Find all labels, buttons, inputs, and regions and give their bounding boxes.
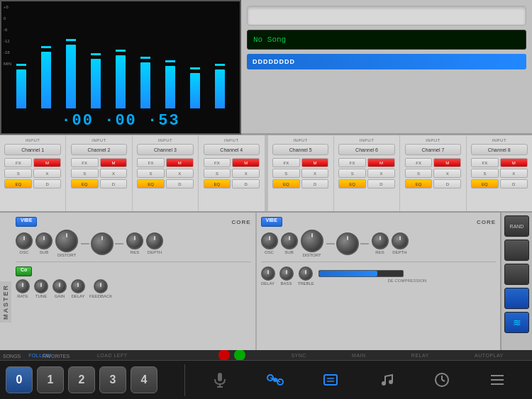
tune-knob[interactable] <box>34 279 48 293</box>
compress-bar[interactable] <box>318 270 404 277</box>
mute-btn[interactable]: M <box>500 158 528 167</box>
rand-btn[interactable]: RAND <box>504 215 529 237</box>
d2-btn[interactable]: D <box>500 179 528 189</box>
fx-btn[interactable]: FX <box>4 158 32 167</box>
eq-btn[interactable]: EQ <box>405 179 433 189</box>
vibe-btn-right[interactable]: VIBE <box>261 217 282 227</box>
microphone-icon-btn[interactable] <box>206 366 233 393</box>
blue-bar[interactable]: DDDDDDDD <box>247 54 526 69</box>
rate-knob[interactable] <box>16 279 30 293</box>
solo-btn[interactable]: S <box>71 169 99 178</box>
solo-btn[interactable]: S <box>272 169 300 178</box>
gain-knob[interactable] <box>52 279 67 293</box>
preset-bar[interactable] <box>247 6 526 26</box>
d2-btn[interactable]: D <box>166 179 194 189</box>
eq-btn[interactable]: EQ <box>338 179 366 189</box>
d2-btn[interactable]: D <box>33 179 61 189</box>
cutoff-knob-r[interactable] <box>336 232 359 255</box>
mute-btn[interactable]: M <box>232 158 260 167</box>
mute-btn[interactable]: M <box>100 158 128 167</box>
d2-btn[interactable]: D <box>433 179 461 189</box>
nav-btn-4[interactable]: 4 <box>131 366 157 393</box>
channel-name-btn[interactable]: Channel 4 <box>204 144 260 155</box>
clock-icon-btn[interactable] <box>428 366 455 393</box>
fx-btn[interactable]: FX <box>338 158 366 167</box>
mute-btn[interactable]: M <box>166 158 194 167</box>
vibe-btn-left[interactable]: VIBE <box>16 217 37 227</box>
side-btn-4[interactable] <box>504 288 529 309</box>
nav-btn-1[interactable]: 1 <box>37 366 64 393</box>
fx-btn[interactable]: FX <box>204 158 231 167</box>
channel-name-btn[interactable]: Channel 3 <box>137 144 194 155</box>
fx-btn[interactable]: FX <box>137 158 165 167</box>
sub-knob[interactable] <box>35 232 52 249</box>
mute-btn[interactable]: M <box>301 158 329 167</box>
co-btn[interactable]: Co <box>16 266 32 276</box>
distort-knob[interactable] <box>55 230 78 252</box>
library-icon-btn[interactable] <box>317 366 344 393</box>
d2-btn[interactable]: D <box>100 179 128 189</box>
eq-btn[interactable]: EQ <box>204 179 231 189</box>
solo-btn[interactable]: S <box>137 169 165 178</box>
d-btn[interactable]: X <box>33 169 61 178</box>
mute-btn[interactable]: M <box>33 158 61 167</box>
channel-name-btn[interactable]: Channel 8 <box>471 144 528 155</box>
nav-btn-0[interactable]: 0 <box>6 366 33 393</box>
nav-btn-2[interactable]: 2 <box>68 366 95 393</box>
d-btn[interactable]: X <box>232 169 260 178</box>
eq-btn[interactable]: EQ <box>137 179 165 189</box>
distort-knob-r[interactable] <box>301 230 323 252</box>
d-btn[interactable]: X <box>100 169 128 178</box>
music-icon-btn[interactable] <box>373 366 400 393</box>
record-btn[interactable] <box>218 349 230 361</box>
feedback-knob[interactable] <box>94 279 108 293</box>
channel-name-btn[interactable]: Channel 7 <box>405 144 462 155</box>
mute-btn[interactable]: M <box>433 158 461 167</box>
depth-knob[interactable] <box>146 232 163 249</box>
resonance-knob[interactable] <box>126 232 143 249</box>
treble-knob-r[interactable] <box>299 266 313 281</box>
channel-name-btn[interactable]: Channel 1 <box>4 144 61 155</box>
fx-btn[interactable]: FX <box>471 158 499 167</box>
fx-btn[interactable]: FX <box>405 158 433 167</box>
d-btn[interactable]: X <box>301 169 329 178</box>
depth-knob-r[interactable] <box>392 232 409 249</box>
d2-btn[interactable]: D <box>301 179 329 189</box>
channel-name-btn[interactable]: Channel 6 <box>338 144 395 155</box>
nav-btn-3[interactable]: 3 <box>99 366 126 393</box>
d-btn[interactable]: X <box>166 169 194 178</box>
eq-btn[interactable]: EQ <box>71 179 99 189</box>
solo-btn[interactable]: S <box>471 169 499 178</box>
solo-btn[interactable]: S <box>4 169 32 178</box>
channel-name-btn[interactable]: Channel 2 <box>71 144 128 155</box>
eq-btn[interactable]: EQ <box>4 179 32 189</box>
osc-knob-r[interactable] <box>261 232 278 249</box>
sub-knob-r[interactable] <box>281 232 298 249</box>
eq-btn[interactable]: EQ <box>471 179 499 189</box>
menu-icon-btn[interactable] <box>484 366 511 393</box>
bass-knob-r[interactable] <box>279 266 294 281</box>
solo-btn[interactable]: S <box>338 169 366 178</box>
d2-btn[interactable]: D <box>367 179 395 189</box>
mix-icon-btn[interactable] <box>262 366 289 393</box>
mute-btn[interactable]: M <box>367 158 395 167</box>
solo-btn[interactable]: S <box>405 169 433 178</box>
delay-knob-r[interactable] <box>261 266 275 281</box>
side-btn-2[interactable] <box>504 240 529 261</box>
eq-btn[interactable]: EQ <box>272 179 300 189</box>
osc-knob[interactable] <box>16 232 33 249</box>
resonance-knob-r[interactable] <box>372 232 389 249</box>
d-btn[interactable]: X <box>500 169 528 178</box>
side-btn-5[interactable]: ≋ <box>504 312 529 333</box>
fx-btn[interactable]: FX <box>71 158 99 167</box>
delay-knob[interactable] <box>71 279 85 293</box>
fx-btn[interactable]: FX <box>272 158 300 167</box>
side-btn-3[interactable] <box>504 264 529 285</box>
solo-btn[interactable]: S <box>204 169 231 178</box>
cutoff-knob[interactable] <box>91 232 113 255</box>
d-btn[interactable]: X <box>367 169 395 178</box>
play-btn[interactable] <box>234 349 245 361</box>
d2-btn[interactable]: D <box>232 179 260 189</box>
d-btn[interactable]: X <box>433 169 461 178</box>
channel-name-btn[interactable]: Channel 5 <box>272 144 329 155</box>
